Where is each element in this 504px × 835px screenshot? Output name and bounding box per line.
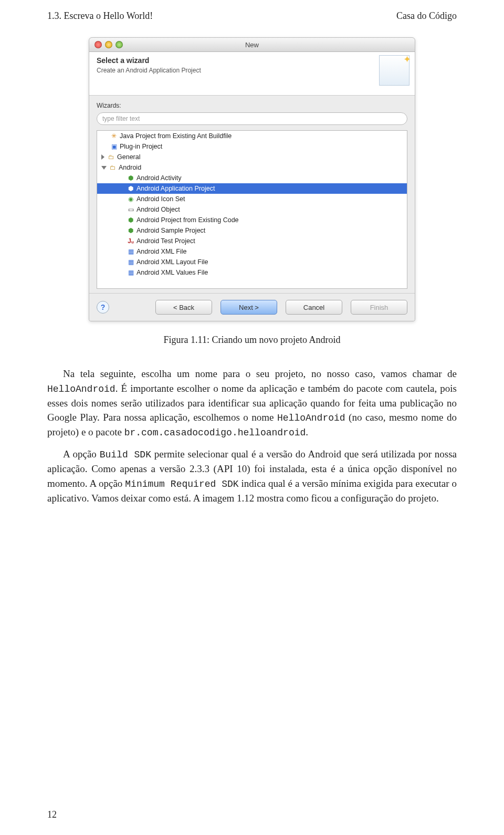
- next-button[interactable]: Next >: [220, 300, 277, 315]
- banner-subtitle: Create an Android Application Project: [97, 67, 407, 74]
- tree-item-label: Android Test Project: [136, 237, 195, 245]
- body-text: Na tela seguinte, escolha um nome para o…: [47, 367, 457, 506]
- wizard-tree[interactable]: ✳ Java Project from Existing Ant Buildfi…: [97, 130, 407, 289]
- header-section: 1.3. Escreva o Hello World!: [47, 11, 153, 22]
- tree-item[interactable]: ✳ Java Project from Existing Ant Buildfi…: [97, 131, 407, 141]
- star-icon: ✦: [403, 54, 411, 65]
- tree-item[interactable]: ▣ Plug-in Project: [97, 141, 407, 152]
- tree-item[interactable]: Jᵤ Android Test Project: [97, 236, 407, 246]
- tree-item-label: Android XML Values File: [136, 269, 208, 276]
- dialog-footer: ? < Back Next > Cancel Finish: [89, 293, 415, 321]
- junit-icon: Jᵤ: [127, 237, 135, 245]
- wizard-icon: ✦: [379, 55, 410, 86]
- android-icon: ⬢: [127, 174, 135, 182]
- android-icon: ⬢: [127, 216, 135, 224]
- tree-item[interactable]: ⬢ Android Project from Existing Code: [97, 215, 407, 225]
- tree-item[interactable]: ⬢ Android Sample Project: [97, 225, 407, 236]
- wizards-label: Wizards:: [97, 102, 407, 109]
- back-button[interactable]: < Back: [155, 300, 212, 315]
- tree-item[interactable]: ▦ Android XML Values File: [97, 267, 407, 278]
- tree-item[interactable]: ◉ Android Icon Set: [97, 194, 407, 204]
- code: br.com.casadocodigo.helloandroid: [124, 427, 306, 438]
- page-number: 12: [47, 809, 57, 820]
- plugin-icon: ▣: [110, 142, 118, 151]
- text: A opção: [47, 448, 100, 460]
- tree-item-label: Android: [119, 164, 141, 171]
- tree-item-label: Android Object: [136, 206, 180, 213]
- help-icon[interactable]: ?: [97, 301, 109, 314]
- wizard-dialog: New Select a wizard Create an Android Ap…: [89, 37, 415, 321]
- xml-icon: ▦: [127, 247, 135, 256]
- xml-icon: ▦: [127, 268, 135, 277]
- tree-item-label: Android XML Layout File: [136, 258, 208, 266]
- filter-input[interactable]: type filter text: [97, 112, 407, 125]
- tree-item[interactable]: ▦ Android XML Layout File: [97, 257, 407, 267]
- finish-button: Finish: [351, 300, 407, 315]
- tree-folder-general[interactable]: 🗀 General: [97, 152, 407, 162]
- figure-caption: Figura 1.11: Criando um novo projeto And…: [47, 335, 457, 346]
- code: Minimum Required SDK: [125, 479, 238, 489]
- folder-icon: 🗀: [107, 153, 116, 161]
- code: Build SDK: [100, 450, 151, 460]
- wizard-banner: Select a wizard Create an Android Applic…: [89, 52, 415, 96]
- disclosure-open-icon[interactable]: [101, 166, 107, 170]
- tree-item-label: General: [117, 153, 140, 161]
- tree-item-label: Android Application Project: [136, 185, 215, 192]
- code: HelloAndroid: [277, 413, 345, 423]
- tree-item-label: Android Icon Set: [136, 195, 185, 203]
- tree-item-label: Android Activity: [136, 174, 181, 182]
- header-publisher: Casa do Código: [396, 11, 457, 22]
- page-header: 1.3. Escreva o Hello World! Casa do Códi…: [47, 11, 457, 22]
- android-icon: ⬢: [127, 184, 135, 193]
- ant-icon: ✳: [110, 132, 118, 140]
- android-icon: ◉: [127, 195, 135, 203]
- xml-icon: ▦: [127, 258, 135, 266]
- file-icon: ▭: [127, 205, 135, 214]
- disclosure-closed-icon[interactable]: [101, 154, 104, 160]
- tree-item-label: Java Project from Existing Ant Buildfile: [120, 132, 232, 140]
- tree-item-label: Android XML File: [136, 248, 186, 255]
- text: .: [306, 426, 308, 437]
- banner-title: Select a wizard: [97, 56, 407, 65]
- text: Na tela seguinte, escolha um nome para o…: [47, 368, 457, 379]
- tree-item[interactable]: ▦ Android XML File: [97, 246, 407, 257]
- tree-item-label: Plug-in Project: [120, 143, 162, 150]
- tree-item-selected[interactable]: ⬢ Android Application Project: [97, 183, 407, 194]
- tree-item-label: Android Project from Existing Code: [136, 216, 239, 224]
- tree-item-label: Android Sample Project: [136, 227, 205, 234]
- code: HelloAndroid: [47, 384, 116, 394]
- tree-item[interactable]: ⬢ Android Activity: [97, 173, 407, 183]
- folder-icon: 🗀: [109, 163, 117, 172]
- window-title: New: [89, 41, 415, 49]
- window-titlebar: New: [89, 38, 415, 52]
- cancel-button[interactable]: Cancel: [286, 300, 342, 315]
- android-icon: ⬢: [127, 226, 135, 235]
- tree-folder-android[interactable]: 🗀 Android: [97, 162, 407, 173]
- tree-item[interactable]: ▭ Android Object: [97, 204, 407, 215]
